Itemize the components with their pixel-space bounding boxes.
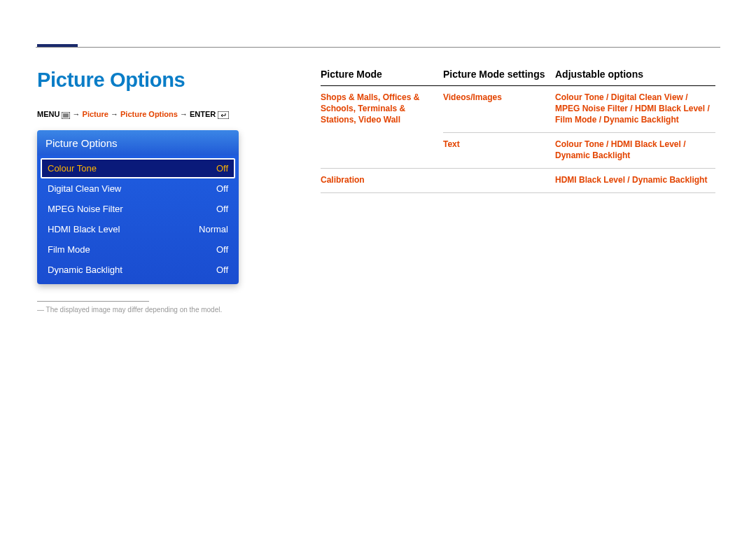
menu-icon xyxy=(62,111,72,119)
breadcrumb-menu-label: MENU xyxy=(37,110,59,118)
breadcrumb-arrow-3: → xyxy=(180,110,190,118)
breadcrumb-arrow-1: → xyxy=(73,110,83,118)
td-settings: Text xyxy=(443,133,555,169)
right-column: Picture Mode Picture Mode settings Adjus… xyxy=(321,69,715,193)
td-options: Colour Tone / Digital Clean View / MPEG … xyxy=(555,86,715,133)
th-adjustable-options: Adjustable options xyxy=(555,69,715,86)
breadcrumb-enter-label: ENTER xyxy=(190,110,216,118)
th-picture-mode-settings: Picture Mode settings xyxy=(443,69,555,86)
menu-item-label: MPEG Noise Filter xyxy=(48,204,123,214)
menu-item-value: Off xyxy=(216,204,228,214)
menu-item-label: HDMI Black Level xyxy=(48,224,120,234)
menu-item-value: Off xyxy=(216,265,228,275)
menu-item-value: Off xyxy=(216,244,228,255)
menu-item[interactable]: Colour ToneOff xyxy=(41,158,235,178)
left-column: Picture Options MENU → Picture → Picture… xyxy=(37,69,247,314)
footnote: ― The displayed image may differ dependi… xyxy=(37,306,247,314)
td-picture-mode: Shops & Malls, Offices & Schools, Termin… xyxy=(321,86,443,169)
menu-item[interactable]: Film ModeOff xyxy=(41,239,235,260)
menu-item[interactable]: Digital Clean ViewOff xyxy=(41,178,235,199)
footnote-rule xyxy=(37,301,149,302)
osd-menu: Picture Options Colour ToneOffDigital Cl… xyxy=(37,130,239,284)
th-picture-mode: Picture Mode xyxy=(321,69,443,86)
page-top-rule xyxy=(36,47,720,48)
td-options: Colour Tone / HDMI Black Level / Dynamic… xyxy=(555,133,715,169)
menu-item-label: Digital Clean View xyxy=(48,183,121,194)
breadcrumb-arrow-2: → xyxy=(111,110,120,118)
menu-item-label: Dynamic Backlight xyxy=(48,265,122,275)
menu-item[interactable]: MPEG Noise FilterOff xyxy=(41,199,235,219)
menu-item-value: Off xyxy=(216,183,228,194)
td-options: HDMI Black Level / Dynamic Backlight xyxy=(555,169,715,193)
td-settings xyxy=(443,169,555,193)
enter-icon xyxy=(218,111,229,119)
menu-item-label: Colour Tone xyxy=(48,163,97,174)
page-title: Picture Options xyxy=(37,69,247,92)
osd-menu-header: Picture Options xyxy=(37,130,239,155)
options-table: Picture Mode Picture Mode settings Adjus… xyxy=(321,69,715,193)
breadcrumb-picture-options: Picture Options xyxy=(120,110,178,118)
td-picture-mode: Calibration xyxy=(321,169,443,193)
osd-menu-body: Colour ToneOffDigital Clean ViewOffMPEG … xyxy=(37,155,239,284)
menu-item-value: Off xyxy=(216,163,228,174)
menu-item[interactable]: Dynamic BacklightOff xyxy=(41,260,235,280)
td-settings: Videos/Images xyxy=(443,86,555,133)
breadcrumb-picture: Picture xyxy=(83,110,108,118)
breadcrumb: MENU → Picture → Picture Options → ENTER xyxy=(37,109,247,120)
menu-item-label: Film Mode xyxy=(48,244,90,255)
menu-item-value: Normal xyxy=(199,224,228,234)
menu-item[interactable]: HDMI Black LevelNormal xyxy=(41,219,235,239)
